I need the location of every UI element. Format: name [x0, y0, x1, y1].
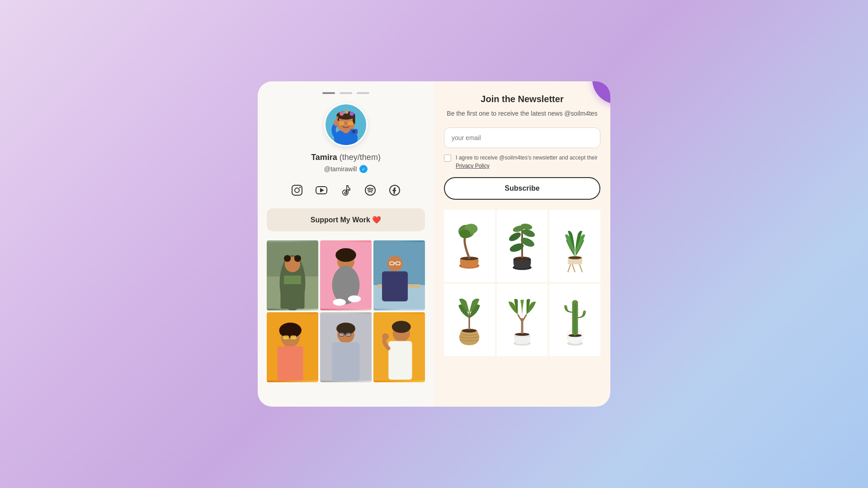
svg-point-38	[348, 296, 361, 302]
pronouns-text: (they/them)	[340, 153, 381, 162]
svg-point-64	[392, 321, 411, 333]
support-button[interactable]: Support My Work ❤️	[267, 208, 425, 231]
newsletter-title: Join the Newsletter	[444, 94, 600, 104]
youtube-icon[interactable]	[313, 182, 330, 198]
svg-rect-12	[348, 122, 354, 125]
facebook-icon[interactable]	[387, 182, 403, 198]
privacy-policy-link[interactable]: Privacy Policy	[456, 163, 490, 169]
svg-line-17	[336, 117, 337, 120]
svg-point-20	[299, 187, 301, 188]
dot-1[interactable]	[322, 92, 335, 94]
photo-cell-4[interactable]	[267, 312, 318, 382]
name-text: Tamira	[311, 153, 337, 162]
photo-cell-3[interactable]	[373, 240, 425, 310]
svg-rect-59	[339, 333, 344, 337]
svg-rect-32	[284, 276, 301, 284]
photo-cell-1[interactable]	[267, 240, 318, 310]
svg-point-37	[333, 299, 346, 305]
newsletter-description: Be the first one to receive the latest n…	[444, 109, 600, 118]
svg-point-57	[336, 323, 355, 335]
social-icons	[289, 182, 403, 198]
profile-card: Tamira (they/them) @tamirawill ✓	[258, 81, 434, 407]
subscribe-button[interactable]: Subscribe	[444, 177, 600, 200]
plant-cell-3[interactable]	[549, 210, 600, 282]
plant-cell-4[interactable]	[444, 284, 495, 356]
svg-point-30	[294, 255, 301, 262]
svg-point-15	[352, 130, 356, 133]
profile-name: Tamira (they/them)	[311, 153, 381, 162]
svg-point-35	[335, 248, 356, 262]
checkbox-label: I agree to receive @soilm4tes's newslett…	[456, 154, 600, 170]
plant-cell-5[interactable]	[497, 284, 548, 356]
svg-rect-60	[346, 333, 351, 337]
svg-point-50	[280, 328, 287, 335]
photo-cell-6[interactable]	[373, 312, 425, 382]
svg-point-10	[343, 111, 345, 114]
svg-rect-52	[283, 335, 289, 339]
svg-point-9	[349, 112, 354, 116]
svg-rect-18	[292, 185, 302, 195]
checkbox-row: I agree to receive @soilm4tes's newslett…	[444, 154, 600, 170]
main-container: Tamira (they/them) @tamirawill ✓	[258, 81, 610, 407]
card-dots	[322, 92, 369, 94]
verified-badge: ✓	[359, 165, 368, 173]
photo-cell-2[interactable]	[320, 240, 372, 310]
photo-grid	[267, 240, 425, 382]
svg-point-29	[284, 255, 291, 262]
svg-point-66	[382, 333, 389, 340]
svg-rect-65	[388, 341, 412, 380]
svg-point-51	[295, 328, 301, 334]
photo-cell-5[interactable]	[320, 312, 372, 382]
svg-line-86	[572, 264, 575, 272]
svg-line-85	[579, 264, 582, 272]
tiktok-icon[interactable]	[338, 182, 354, 198]
svg-rect-53	[290, 335, 296, 339]
svg-point-72	[460, 230, 471, 238]
email-input[interactable]	[444, 127, 600, 148]
plant-cell-2[interactable]	[497, 210, 548, 282]
svg-point-8	[345, 110, 349, 114]
svg-rect-54	[278, 346, 303, 380]
handle-text: @tamirawill	[324, 165, 357, 173]
dot-3[interactable]	[357, 92, 369, 94]
svg-point-19	[295, 188, 299, 192]
newsletter-card: NEW! Join the Newsletter Be the first on…	[434, 81, 610, 407]
svg-point-16	[334, 120, 340, 126]
checkbox-text: I agree to receive @soilm4tes's newslett…	[456, 155, 598, 161]
avatar	[324, 103, 368, 146]
svg-marker-22	[320, 188, 324, 192]
svg-point-89	[568, 256, 581, 259]
svg-rect-43	[382, 271, 408, 301]
plant-cell-6[interactable]	[549, 284, 600, 356]
plants-grid	[444, 210, 600, 356]
instagram-icon[interactable]	[289, 182, 305, 198]
dot-2[interactable]	[340, 92, 352, 94]
profile-handle: @tamirawill ✓	[324, 165, 368, 173]
spotify-icon[interactable]	[362, 182, 378, 198]
plant-cell-1[interactable]	[444, 210, 495, 282]
newsletter-checkbox[interactable]	[444, 155, 451, 162]
svg-point-80	[508, 231, 522, 243]
svg-line-84	[568, 264, 571, 272]
svg-rect-58	[332, 343, 360, 381]
